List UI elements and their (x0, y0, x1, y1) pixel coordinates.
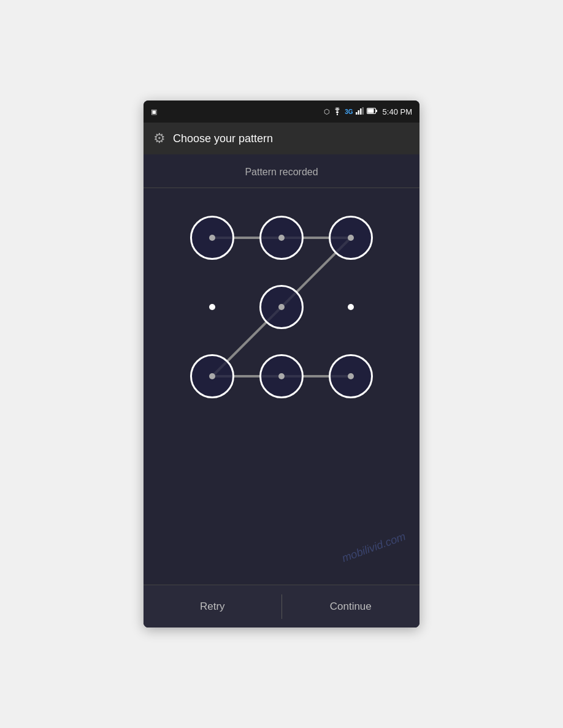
title-bar: ⚙ Choose your pattern (144, 123, 419, 154)
svg-rect-2 (358, 110, 359, 115)
main-content: Pattern recorded (144, 154, 419, 628)
status-time: 5:40 PM (383, 107, 412, 116)
status-message: Pattern recorded (245, 167, 318, 178)
node-circle-0 (190, 216, 234, 260)
wifi-icon (332, 107, 342, 116)
pattern-grid (177, 203, 386, 411)
node-circle-6 (190, 354, 234, 398)
svg-rect-4 (362, 107, 364, 115)
svg-rect-7 (376, 110, 377, 112)
page-title: Choose your pattern (173, 132, 273, 145)
status-icons: ⬡ 3G (324, 107, 412, 116)
continue-button[interactable]: Continue (282, 585, 420, 628)
node-4[interactable] (247, 272, 316, 341)
node-0[interactable] (177, 203, 247, 272)
bottom-bar: Retry Continue (144, 585, 419, 628)
status-bar: ▣ ⬡ 3G (144, 100, 419, 123)
node-dot-4 (278, 304, 285, 310)
divider (144, 188, 419, 188)
notification-icon: ▣ (151, 108, 157, 116)
node-circle-8 (329, 354, 373, 398)
node-circle-2 (329, 216, 373, 260)
status-bar-left: ▣ (151, 108, 320, 116)
signal-icon: 3G (345, 108, 353, 115)
node-circle-1 (259, 216, 304, 260)
watermark: mobilivid.com (340, 530, 408, 565)
node-3[interactable] (177, 272, 247, 341)
node-8[interactable] (316, 342, 386, 411)
svg-rect-3 (360, 108, 362, 115)
svg-rect-1 (356, 112, 358, 115)
svg-point-0 (337, 113, 338, 115)
node-dot-6 (209, 373, 215, 379)
pattern-area (177, 203, 386, 411)
bluetooth-icon: ⬡ (324, 108, 330, 116)
node-circle-4 (259, 285, 304, 329)
node-dot-7 (278, 373, 285, 379)
node-dot-8 (348, 373, 354, 379)
retry-button[interactable]: Retry (144, 585, 282, 628)
signal-bars-icon (356, 107, 364, 116)
gear-icon: ⚙ (153, 131, 166, 146)
node-circle-7 (259, 354, 304, 398)
battery-icon (367, 107, 378, 116)
node-6[interactable] (177, 342, 247, 411)
node-dot-small-3 (209, 304, 215, 310)
node-1[interactable] (247, 203, 316, 272)
node-5[interactable] (316, 272, 386, 341)
node-dot-0 (209, 235, 215, 241)
node-dot-small-5 (348, 304, 354, 310)
node-7[interactable] (247, 342, 316, 411)
svg-rect-6 (367, 109, 373, 113)
node-dot-2 (348, 235, 354, 241)
node-2[interactable] (316, 203, 386, 272)
node-dot-1 (278, 235, 285, 241)
phone-frame: ▣ ⬡ 3G (144, 100, 419, 628)
